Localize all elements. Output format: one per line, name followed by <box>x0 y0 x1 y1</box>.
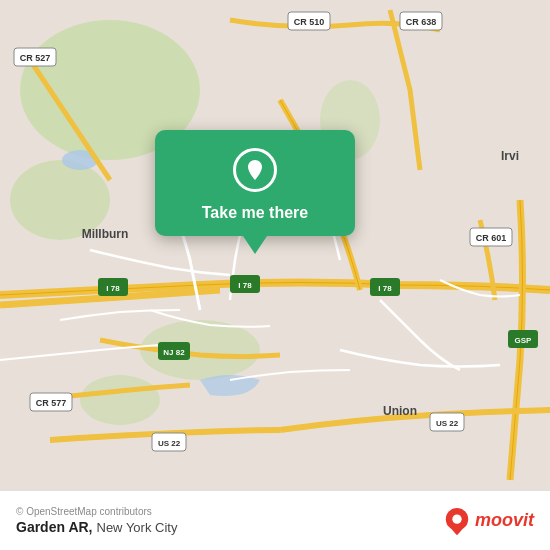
svg-text:I 78: I 78 <box>106 284 120 293</box>
svg-text:CR 638: CR 638 <box>406 17 437 27</box>
bottom-left-info: © OpenStreetMap contributors Garden AR, … <box>16 506 177 535</box>
attribution-text: © OpenStreetMap contributors <box>16 506 177 517</box>
svg-text:US 22: US 22 <box>158 439 181 448</box>
svg-text:Union: Union <box>383 404 417 418</box>
svg-text:CR 510: CR 510 <box>294 17 325 27</box>
location-icon-circle <box>233 148 277 192</box>
moovit-logo: moovit <box>443 507 534 535</box>
svg-text:GSP: GSP <box>515 336 533 345</box>
place-city: New York City <box>97 520 178 535</box>
take-me-there-button[interactable]: Take me there <box>202 204 308 222</box>
svg-text:I 78: I 78 <box>378 284 392 293</box>
popup-card[interactable]: Take me there <box>155 130 355 236</box>
place-name: Garden AR, <box>16 519 93 535</box>
svg-text:Irvi: Irvi <box>501 149 519 163</box>
svg-text:CR 601: CR 601 <box>476 233 507 243</box>
svg-point-4 <box>80 375 160 425</box>
bottom-bar: © OpenStreetMap contributors Garden AR, … <box>0 490 550 550</box>
svg-point-37 <box>452 514 461 523</box>
svg-text:Millburn: Millburn <box>82 227 129 241</box>
moovit-icon <box>443 507 471 535</box>
svg-text:US 22: US 22 <box>436 419 459 428</box>
moovit-text: moovit <box>475 510 534 531</box>
svg-text:I 78: I 78 <box>238 281 252 290</box>
svg-text:NJ 82: NJ 82 <box>163 348 185 357</box>
map: CR 510 CR 638 CR 527 CR 601 CR 577 I 78 … <box>0 0 550 490</box>
svg-text:CR 577: CR 577 <box>36 398 67 408</box>
svg-text:CR 527: CR 527 <box>20 53 51 63</box>
